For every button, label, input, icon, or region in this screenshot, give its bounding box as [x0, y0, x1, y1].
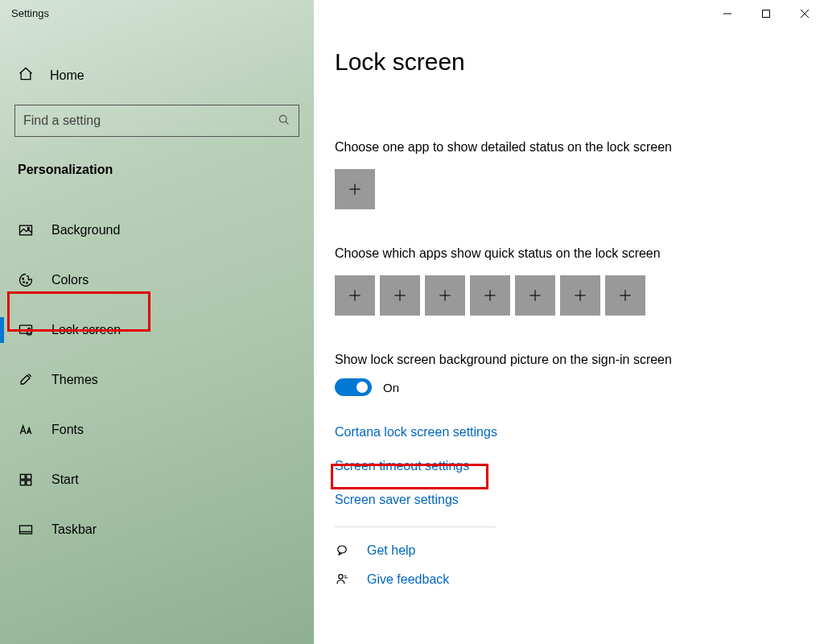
annotation-highlight-sidebar — [7, 291, 150, 332]
category-heading: Personalization — [0, 145, 314, 192]
add-quick-app-tile[interactable] — [560, 275, 600, 316]
sidebar-item-background[interactable]: Background — [0, 211, 314, 250]
add-detailed-app-tile[interactable] — [335, 169, 375, 209]
plus-icon — [482, 287, 498, 303]
search-input[interactable] — [23, 114, 278, 128]
home-icon — [18, 66, 34, 85]
search-icon — [278, 114, 290, 129]
home-button[interactable]: Home — [0, 52, 314, 100]
cortana-settings-link[interactable]: Cortana lock screen settings — [335, 425, 497, 440]
divider — [335, 526, 496, 527]
picture-icon — [18, 222, 34, 238]
sidebar-item-label: Colors — [52, 273, 89, 287]
minimize-button[interactable] — [708, 0, 747, 27]
detailed-status-row — [335, 169, 808, 209]
search-input-wrap[interactable] — [14, 105, 299, 137]
feedback-link[interactable]: Give feedback — [367, 572, 449, 587]
add-quick-app-tile[interactable] — [335, 275, 375, 316]
plus-icon — [617, 287, 633, 303]
palette-icon — [18, 272, 34, 288]
annotation-highlight-timeout — [331, 464, 488, 489]
help-icon — [335, 543, 351, 558]
sidebar-item-fonts[interactable]: Fonts — [0, 411, 314, 449]
fonts-icon — [18, 422, 34, 438]
svg-point-4 — [23, 279, 24, 280]
titlebar-buttons — [708, 0, 824, 27]
svg-rect-10 — [27, 474, 31, 479]
add-quick-app-tile[interactable] — [425, 275, 465, 316]
svg-point-0 — [279, 115, 286, 122]
add-quick-app-tile[interactable] — [605, 275, 645, 316]
nav-list: Background Colors Lock screen Themes — [0, 192, 314, 549]
quick-status-label: Choose which apps show quick status on t… — [335, 246, 808, 261]
detailed-status-label: Choose one app to show detailed status o… — [335, 140, 808, 155]
svg-point-5 — [23, 282, 25, 283]
signin-picture-label: Show lock screen background picture on t… — [335, 353, 808, 367]
window-title: Settings — [0, 0, 314, 27]
add-quick-app-tile[interactable] — [515, 275, 555, 316]
svg-line-1 — [286, 122, 288, 124]
feedback-icon — [335, 572, 351, 587]
svg-point-31 — [338, 546, 347, 553]
sidebar-item-label: Background — [52, 223, 120, 237]
content-pane: Lock screen Choose one app to show detai… — [314, 0, 824, 644]
svg-rect-11 — [20, 481, 25, 485]
svg-rect-9 — [20, 474, 25, 479]
add-quick-app-tile[interactable] — [470, 275, 510, 316]
maximize-button[interactable] — [747, 0, 785, 27]
screen-saver-link[interactable]: Screen saver settings — [335, 493, 459, 507]
sidebar-item-label: Taskbar — [52, 522, 97, 537]
start-icon — [18, 472, 34, 488]
close-button[interactable] — [785, 0, 824, 27]
sidebar-item-taskbar[interactable]: Taskbar — [0, 510, 314, 549]
sidebar-item-label: Start — [52, 473, 79, 487]
feedback-row[interactable]: Give feedback — [335, 572, 808, 587]
signin-picture-toggle-row: On — [335, 378, 808, 396]
page-title: Lock screen — [335, 48, 808, 76]
svg-point-6 — [27, 283, 28, 284]
signin-picture-toggle[interactable] — [335, 378, 372, 396]
svg-rect-13 — [20, 526, 32, 534]
sidebar-item-label: Fonts — [52, 423, 84, 437]
plus-icon — [572, 287, 588, 303]
home-label: Home — [50, 68, 84, 83]
quick-status-row — [335, 275, 808, 316]
svg-rect-12 — [27, 481, 31, 485]
themes-icon — [18, 372, 34, 388]
svg-point-32 — [339, 575, 343, 579]
toggle-state-label: On — [383, 381, 399, 394]
sidebar-item-start[interactable]: Start — [0, 460, 314, 499]
plus-icon — [392, 287, 408, 303]
add-quick-app-tile[interactable] — [380, 275, 420, 316]
plus-icon — [347, 287, 363, 303]
sidebar-item-themes[interactable]: Themes — [0, 361, 314, 399]
plus-icon — [527, 287, 543, 303]
taskbar-icon — [18, 522, 34, 538]
svg-point-3 — [27, 228, 29, 229]
get-help-link[interactable]: Get help — [367, 543, 415, 558]
get-help-row[interactable]: Get help — [335, 543, 808, 558]
sidebar-item-label: Themes — [52, 373, 98, 387]
plus-icon — [437, 287, 453, 303]
svg-rect-34 — [763, 10, 770, 18]
settings-window: Settings Home Personalization Background — [0, 0, 824, 644]
plus-icon — [347, 181, 363, 197]
